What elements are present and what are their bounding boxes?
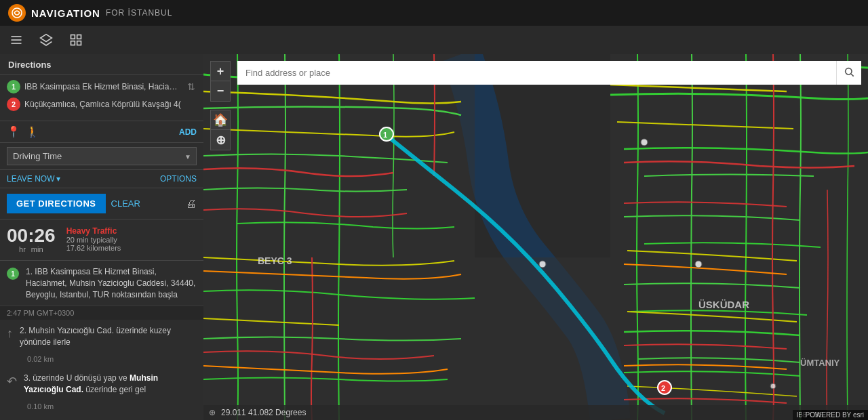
driving-time-select[interactable]: Driving Time: [7, 147, 197, 165]
driving-time-select-wrapper: Driving Time: [7, 147, 197, 165]
esri-branding: POWERED BY esri: [802, 410, 869, 420]
main-content: Directions 1 IBB Kasimpasa Ek Hizmet Bin…: [0, 54, 868, 420]
coord-marker-icon: ⊕: [209, 408, 216, 417]
menu-button[interactable]: [7, 30, 26, 49]
coordinate-bar: ⊕ 29.011 41.082 Degrees: [203, 405, 868, 420]
svg-point-22: [695, 261, 702, 268]
direction-step-3: ↶ 3. üzerinde U dönüşü yap ve Muhsin Yaz…: [0, 367, 203, 401]
leave-now-button[interactable]: LEAVE NOW ▾: [7, 174, 60, 184]
waypoints-section: 1 IBB Kasimpasa Ek Hizmet Binasi, Haciah…: [0, 75, 203, 121]
route-distance: 17.62 kilometers: [66, 244, 121, 252]
svg-marker-4: [41, 35, 52, 42]
waypoint-text-2: Küçükçamlıca, Çamlıca Köprülü Kavşağı 4(: [24, 100, 197, 109]
svg-point-21: [641, 139, 648, 146]
waypoint-marker-2: 2: [7, 98, 20, 111]
zoom-in-button[interactable]: +: [210, 61, 231, 81]
app-logo: [8, 4, 26, 22]
location-icon[interactable]: 📍: [7, 125, 20, 138]
coordinate-text: 29.011 41.082 Degrees: [221, 408, 306, 417]
svg-point-24: [846, 68, 852, 75]
get-directions-row: GET DIRECTIONS CLEAR 🖨: [0, 188, 203, 219]
driving-time-row: Driving Time: [0, 143, 203, 170]
toolbar: [0, 26, 868, 54]
start-dot: 1: [7, 268, 19, 280]
step-1-text: 1. IBB Kasimpasa Ek Hizmet Binasi, Hacia…: [26, 266, 197, 300]
step-3-text: 3. üzerinde U dönüşü yap ve Muhsin Yazıc…: [24, 373, 197, 396]
clear-button[interactable]: CLEAR: [111, 198, 140, 209]
svg-line-25: [851, 74, 854, 77]
route-time: 00:26 hr min: [7, 226, 56, 253]
add-button[interactable]: ADD: [179, 127, 197, 137]
svg-rect-7: [71, 41, 75, 45]
direction-step-4: ↱ 4. Kuştepe Deresi Cad. üzerinde sağa g…: [0, 415, 203, 420]
traffic-status: Heavy Traffic: [66, 226, 121, 236]
header: NAVIGATION FOR İSTANBUL: [0, 0, 868, 26]
svg-point-20: [539, 261, 546, 268]
map-controls: + − 🏠 ⊕: [210, 61, 231, 150]
leave-options-row: LEAVE NOW ▾ OPTIONS: [0, 170, 203, 188]
direction-step-1: 1 1. IBB Kasimpasa Ek Hizmet Binasi, Hac…: [0, 261, 203, 306]
svg-rect-5: [71, 35, 75, 39]
uturn-icon: ↶: [7, 374, 17, 389]
search-input[interactable]: [237, 61, 836, 85]
route-time-labels: hr min: [19, 245, 43, 253]
directions-list: 1 1. IBB Kasimpasa Ek Hizmet Binasi, Hac…: [0, 261, 203, 420]
search-button[interactable]: [836, 61, 861, 85]
swap-button[interactable]: ⇅: [186, 80, 197, 93]
svg-rect-6: [77, 35, 81, 39]
step-2-text: 2. Muhsin Yazıcıoğlu Cad. üzerinde kuzey…: [20, 325, 197, 348]
route-summary: 00:26 hr min Heavy Traffic 20 min typica…: [0, 219, 203, 261]
layers-button[interactable]: [37, 30, 56, 49]
step-3-distance: 0.10 km: [0, 401, 203, 415]
app-title: NAVIGATION: [31, 7, 100, 19]
route-time-value: 00:26: [7, 226, 56, 245]
search-overlay: [237, 61, 861, 85]
traffic-map: BEYC 3 ÜSKÜDAR ÜMTANIY 1 2: [203, 54, 868, 420]
svg-text:BEYC 3: BEYC 3: [258, 255, 292, 266]
transport-row: 📍 🚶 ADD: [0, 121, 203, 143]
svg-text:1: 1: [383, 131, 387, 139]
zoom-out-button[interactable]: −: [210, 81, 231, 102]
app-subtitle: FOR İSTANBUL: [106, 8, 172, 18]
svg-text:2: 2: [661, 384, 665, 392]
sidebar-title: Directions: [0, 54, 203, 75]
person-icon[interactable]: 🚶: [26, 125, 39, 138]
waypoint-row-2: 2 Küçükçamlıca, Çamlıca Köprülü Kavşağı …: [7, 98, 197, 111]
map-area[interactable]: BEYC 3 ÜSKÜDAR ÜMTANIY 1 2 + − 🏠 ⊕: [203, 54, 868, 420]
waypoint-row-1: 1 IBB Kasimpasa Ek Hizmet Binasi, Haciah…: [7, 80, 197, 93]
waypoint-marker-1: 1: [7, 80, 20, 93]
svg-point-23: [770, 383, 776, 389]
straight-icon: ↑: [7, 327, 13, 341]
home-button[interactable]: 🏠: [210, 110, 231, 130]
route-traffic-info: Heavy Traffic 20 min typically 17.62 kil…: [66, 226, 121, 252]
typical-time: 20 min typically: [66, 236, 121, 244]
location-button[interactable]: ⊕: [210, 130, 231, 150]
svg-point-0: [12, 8, 22, 18]
svg-text:ÜSKÜDAR: ÜSKÜDAR: [698, 299, 749, 310]
get-directions-button[interactable]: GET DIRECTIONS: [7, 194, 106, 213]
options-button[interactable]: OPTIONS: [160, 174, 197, 184]
print-button[interactable]: 🖨: [186, 198, 197, 210]
svg-rect-8: [77, 41, 81, 45]
direction-step-2: ↑ 2. Muhsin Yazıcıoğlu Cad. üzerinde kuz…: [0, 320, 203, 354]
step-2-distance: 0.02 km: [0, 354, 203, 367]
step-timestamp: 2:47 PM GMT+0300: [0, 306, 203, 320]
svg-text:ÜMTANIY: ÜMTANIY: [800, 358, 840, 368]
sidebar: Directions 1 IBB Kasimpasa Ek Hizmet Bin…: [0, 54, 203, 420]
grid-button[interactable]: [66, 30, 85, 49]
waypoint-text-1: IBB Kasimpasa Ek Hizmet Binasi, Haciahmı: [24, 82, 182, 91]
